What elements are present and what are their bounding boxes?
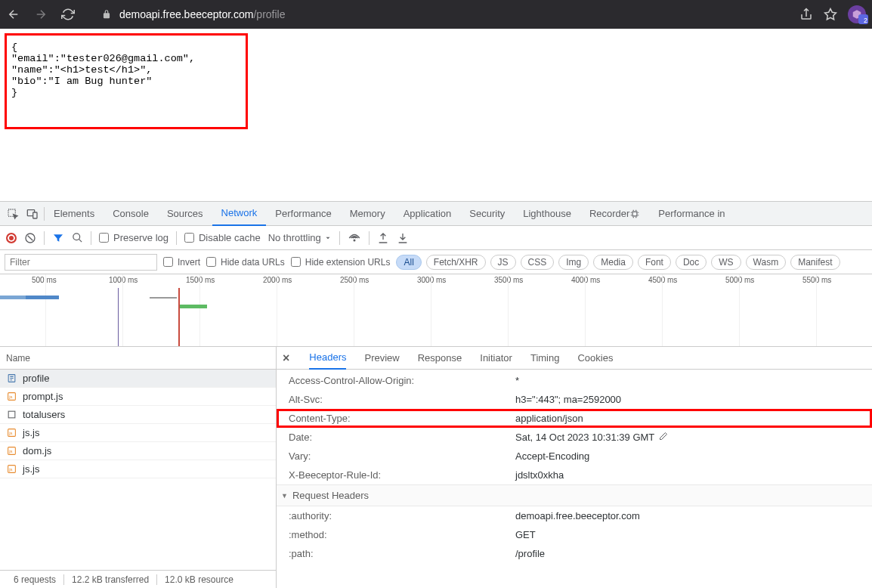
- header-key: X-Beeceptor-Rule-Id:: [277, 469, 515, 481]
- extension-badge-count: 2: [864, 17, 867, 24]
- preserve-log-checkbox[interactable]: Preserve log: [99, 232, 169, 243]
- filter-pill-manifest[interactable]: Manifest: [790, 255, 840, 270]
- network-settings-icon[interactable]: [348, 231, 361, 245]
- search-icon[interactable]: [72, 232, 83, 243]
- request-row[interactable]: jsprompt.js: [0, 388, 276, 406]
- forward-button[interactable]: [33, 7, 48, 22]
- detail-tab-response[interactable]: Response: [418, 347, 462, 370]
- filter-row: Invert Hide data URLs Hide extension URL…: [0, 250, 872, 274]
- devtools-tab-recorder[interactable]: Recorder: [580, 202, 649, 226]
- request-row[interactable]: jsjs.js: [0, 460, 276, 478]
- devtools-tab-elements[interactable]: Elements: [45, 202, 104, 226]
- download-icon[interactable]: [397, 232, 409, 244]
- throttling-select[interactable]: No throttling: [268, 232, 332, 243]
- request-name: js.js: [23, 427, 39, 438]
- timeline-tick: 500 ms: [32, 276, 57, 284]
- devtools-tabs: ElementsConsoleSourcesNetworkPerformance…: [0, 202, 872, 226]
- detail-tab-initiator[interactable]: Initiator: [480, 347, 512, 370]
- request-type-icon: js: [6, 428, 17, 438]
- filter-pill-all[interactable]: All: [396, 255, 421, 270]
- response-header-row: X-Beeceptor-Rule-Id:jdsltx0xkha: [277, 466, 872, 484]
- invert-checkbox[interactable]: Invert: [163, 257, 200, 268]
- disable-cache-checkbox[interactable]: Disable cache: [184, 232, 261, 243]
- bookmark-star-icon[interactable]: [824, 8, 837, 21]
- request-type-icon: [6, 373, 17, 384]
- filter-pill-img[interactable]: Img: [558, 255, 589, 270]
- inspect-icon[interactable]: [5, 206, 21, 222]
- hide-ext-urls-checkbox[interactable]: Hide extension URLs: [291, 257, 391, 268]
- request-type-icon: js: [6, 446, 17, 456]
- request-header-row: :method:GET: [277, 525, 872, 544]
- devtools-tab-application[interactable]: Application: [394, 202, 461, 226]
- devtools-tab-network[interactable]: Network: [212, 202, 267, 226]
- filter-pill-js[interactable]: JS: [490, 255, 516, 270]
- back-button[interactable]: [6, 7, 21, 22]
- timeline-tick: 2500 ms: [340, 276, 369, 284]
- request-header-row: :authority:demoapi.free.beeceptor.com: [277, 506, 872, 525]
- clear-button[interactable]: [24, 232, 36, 244]
- edit-icon[interactable]: [659, 432, 668, 441]
- request-row[interactable]: jsjs.js: [0, 424, 276, 442]
- filter-pill-fetch-xhr[interactable]: Fetch/XHR: [426, 255, 486, 270]
- svg-text:js: js: [8, 449, 12, 453]
- devtools-tab-lighthouse[interactable]: Lighthouse: [514, 202, 580, 226]
- response-header-row: Alt-Svc:h3=":443"; ma=2592000: [277, 390, 872, 409]
- devtools-tab-memory[interactable]: Memory: [341, 202, 394, 226]
- detail-tab-headers[interactable]: Headers: [309, 347, 346, 370]
- request-type-icon: js: [6, 464, 17, 475]
- response-header-row: Access-Control-Allow-Origin:*: [277, 371, 872, 390]
- toolbar-right: 2: [799, 5, 866, 23]
- timeline[interactable]: 500 ms1000 ms1500 ms2000 ms2500 ms3000 m…: [0, 274, 872, 347]
- lock-icon: [101, 9, 112, 20]
- filter-pill-doc[interactable]: Doc: [676, 255, 707, 270]
- svg-point-5: [354, 240, 355, 241]
- devtools-tab-performance[interactable]: Performance: [266, 202, 340, 226]
- name-column-header[interactable]: Name: [0, 347, 276, 370]
- header-key: :path:: [277, 548, 515, 559]
- header-value: Accept-Encoding: [515, 450, 872, 462]
- request-detail: × HeadersPreviewResponseInitiatorTimingC…: [277, 347, 872, 588]
- devtools-tab-console[interactable]: Console: [104, 202, 158, 226]
- filter-pill-font[interactable]: Font: [638, 255, 671, 270]
- extension-badge[interactable]: 2: [848, 5, 866, 23]
- detail-tab-timing[interactable]: Timing: [530, 347, 560, 370]
- header-value: application/json: [515, 413, 872, 424]
- devtools-tab-performance-in[interactable]: Performance in: [649, 202, 734, 226]
- filter-pill-ws[interactable]: WS: [711, 255, 741, 270]
- header-value: GET: [515, 529, 872, 540]
- filter-pill-media[interactable]: Media: [593, 255, 633, 270]
- upload-icon[interactable]: [377, 232, 389, 244]
- timeline-tick: 1000 ms: [109, 276, 138, 284]
- request-panel: Name profilejsprompt.jstotalusersjsjs.js…: [0, 347, 872, 588]
- header-key: Alt-Svc:: [277, 394, 515, 405]
- timeline-tick: 5500 ms: [802, 276, 831, 284]
- close-detail-button[interactable]: ×: [283, 351, 294, 365]
- header-value: h3=":443"; ma=2592000: [515, 394, 872, 405]
- share-icon[interactable]: [799, 8, 813, 21]
- header-key: Access-Control-Allow-Origin:: [277, 375, 515, 386]
- header-key: Content-Type:: [277, 413, 515, 424]
- filter-input[interactable]: [5, 254, 157, 271]
- filter-icon[interactable]: [52, 232, 64, 244]
- status-transferred: 12.2 kB transferred: [64, 574, 157, 585]
- address-bar[interactable]: demoapi.free.beeceptor.com/profile: [88, 8, 787, 20]
- detail-tab-cookies[interactable]: Cookies: [577, 347, 613, 370]
- request-row[interactable]: profile: [0, 370, 276, 388]
- filter-pill-wasm[interactable]: Wasm: [746, 255, 787, 270]
- hide-data-urls-checkbox[interactable]: Hide data URLs: [206, 257, 285, 268]
- timeline-tick: 5000 ms: [725, 276, 754, 284]
- devtools-tab-security[interactable]: Security: [460, 202, 514, 226]
- detail-tabs: × HeadersPreviewResponseInitiatorTimingC…: [277, 347, 872, 370]
- device-icon[interactable]: [24, 206, 41, 222]
- devtools-tab-sources[interactable]: Sources: [158, 202, 212, 226]
- request-row[interactable]: totalusers: [0, 406, 276, 424]
- reload-button[interactable]: [60, 7, 76, 22]
- svg-point-4: [73, 234, 80, 240]
- timeline-tick: 3000 ms: [417, 276, 446, 284]
- filter-pill-css[interactable]: CSS: [521, 255, 555, 270]
- request-row[interactable]: jsdom.js: [0, 442, 276, 460]
- detail-tab-preview[interactable]: Preview: [364, 347, 399, 370]
- record-button[interactable]: [6, 233, 17, 243]
- header-value: *: [515, 375, 872, 386]
- request-headers-section[interactable]: Request Headers: [277, 484, 872, 506]
